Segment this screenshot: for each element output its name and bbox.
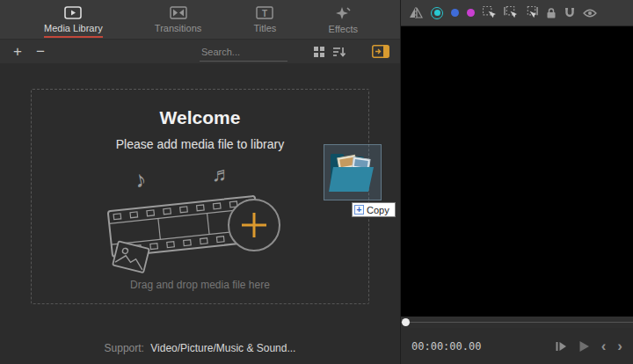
playback-controls: ‹ ›: [555, 339, 622, 353]
transitions-icon: [170, 6, 187, 19]
flip-icon[interactable]: [409, 7, 423, 18]
welcome-title: Welcome: [32, 107, 368, 128]
library-tabbar: Media Library Transitions T Titles Effec…: [0, 0, 400, 40]
sort-icon[interactable]: [333, 47, 346, 57]
seek-bar[interactable]: [401, 317, 633, 328]
marquee-select-icon[interactable]: [483, 6, 496, 19]
remove-media-button[interactable]: −: [33, 44, 47, 59]
library-toolbar: + − Search...: [0, 40, 400, 63]
track-select-backward-icon[interactable]: [504, 6, 517, 19]
app-window: Media Library Transitions T Titles Effec…: [0, 0, 633, 364]
previous-frame-button[interactable]: ‹: [601, 339, 607, 353]
photo-icon: [113, 241, 149, 273]
media-library-panel: Media Library Transitions T Titles Effec…: [0, 0, 400, 364]
support-label: Support:: [105, 342, 144, 354]
search-input[interactable]: Search...: [200, 42, 287, 62]
preview-toolbar: [401, 0, 633, 26]
timecode: 00:00:00.00: [411, 340, 481, 353]
tab-media-library-label: Media Library: [44, 23, 103, 38]
seek-track: [401, 322, 633, 323]
grid-view-icon[interactable]: [314, 47, 324, 57]
titles-icon: T: [256, 6, 273, 19]
music-notes-icon: ♬: [212, 163, 232, 186]
welcome-subtitle: Please add media file to library: [32, 137, 368, 151]
welcome-dropzone[interactable]: Welcome Please add media file to library: [31, 89, 369, 304]
magnet-icon[interactable]: [564, 7, 575, 18]
tab-transitions[interactable]: Transitions: [155, 6, 201, 38]
track-select-forward-icon[interactable]: [525, 6, 538, 19]
support-info: Support: Video/Picture/Music & Sound...: [0, 342, 400, 354]
add-media-button[interactable]: +: [11, 44, 25, 59]
play-button[interactable]: [578, 340, 590, 353]
collapse-panel-icon[interactable]: [372, 45, 389, 58]
eye-icon[interactable]: [583, 9, 597, 18]
drop-hint: Drag and drop media file here: [32, 279, 368, 291]
lock-icon[interactable]: [546, 7, 557, 19]
playhead-handle[interactable]: [402, 318, 410, 326]
tab-titles[interactable]: T Titles: [253, 6, 276, 38]
search-placeholder: Search...: [201, 47, 240, 57]
add-media-circle-icon: [229, 200, 280, 251]
play-from-start-button[interactable]: [555, 341, 567, 352]
tab-effects-label: Effects: [329, 24, 358, 39]
media-illustration: ♪ ♬: [32, 151, 368, 287]
cyan-dot-icon: [434, 10, 440, 16]
media-library-icon: [64, 6, 82, 19]
folder-icon: [328, 149, 377, 195]
drag-copy-badge: + Copy: [352, 202, 396, 217]
library-area: Welcome Please add media file to library: [0, 63, 400, 364]
tab-transitions-label: Transitions: [155, 23, 201, 38]
dragged-folder[interactable]: [324, 144, 382, 200]
tab-effects[interactable]: Effects: [329, 6, 358, 39]
copy-label: Copy: [367, 205, 389, 215]
tab-titles-label: Titles: [253, 23, 276, 38]
transport-bar: 00:00:00.00 ‹ ›: [401, 328, 633, 364]
next-frame-button[interactable]: ›: [617, 339, 622, 353]
music-note-icon: ♪: [132, 165, 149, 193]
color-dot-cyan[interactable]: [431, 7, 443, 19]
color-dot-magenta[interactable]: [467, 9, 475, 17]
tab-media-library[interactable]: Media Library: [44, 6, 103, 38]
color-dot-blue[interactable]: [451, 9, 459, 17]
effects-icon: [335, 6, 351, 20]
support-formats: Video/Picture/Music & Sound...: [150, 342, 295, 354]
titles-glyph: T: [262, 9, 267, 18]
preview-screen: [401, 26, 633, 317]
copy-plus-icon: +: [354, 205, 364, 215]
preview-panel: 00:00:00.00 ‹ ›: [400, 0, 633, 364]
